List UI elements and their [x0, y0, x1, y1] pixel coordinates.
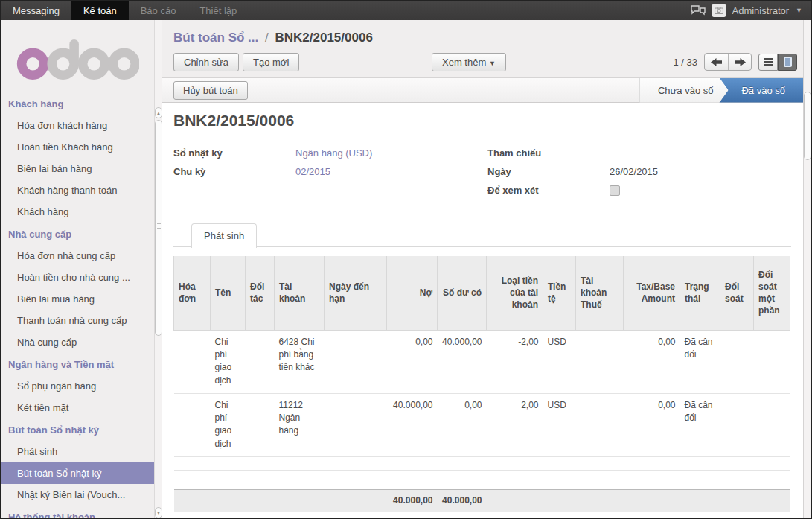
column-header[interactable]: Tài khoản	[275, 256, 325, 330]
column-header[interactable]: Nợ	[387, 256, 438, 330]
sidebar-item[interactable]: Biên lai mua hàng	[1, 288, 154, 310]
sidebar-item[interactable]: Nhật ký Biên lai (Vouch...	[1, 484, 154, 506]
cell: 11212 Ngân hàng	[275, 393, 325, 456]
total-cell	[624, 489, 680, 512]
more-dropdown-button[interactable]: Xem thêm ▼	[432, 53, 506, 71]
column-header[interactable]: Tiền tệ	[543, 256, 576, 330]
cell	[720, 330, 754, 393]
sidebar-scrollbar-thumb[interactable]	[155, 120, 162, 336]
column-header[interactable]: Loại tiền của tài khoản	[487, 256, 543, 330]
cell	[754, 330, 790, 393]
total-cell	[246, 489, 275, 512]
breadcrumb-separator: /	[262, 31, 272, 45]
user-menu[interactable]: Administrator	[732, 5, 790, 16]
sidebar-item[interactable]: Nhà cung cấp	[1, 331, 154, 353]
sidebar-item[interactable]: Hóa đơn nhà cung cấp	[1, 245, 154, 267]
cell	[174, 330, 211, 393]
create-button[interactable]: Tạo mới	[243, 53, 299, 71]
main-scrollbar-thumb[interactable]	[804, 92, 811, 160]
cell	[325, 393, 387, 456]
cell: 2,00	[487, 393, 543, 456]
journal-item-row[interactable]: Chi phí giao dịch6428 Chi phí bằng tiền …	[174, 330, 790, 393]
cell	[543, 456, 576, 470]
cancel-entry-button[interactable]: Hủy bút toán	[173, 81, 248, 100]
tab-journal-items[interactable]: Phát sinh	[191, 223, 257, 248]
journal-item-row[interactable]	[174, 456, 790, 470]
breadcrumb-parent-link[interactable]: Bút toán Sổ ...	[173, 31, 258, 45]
total-cell	[325, 489, 387, 512]
breadcrumb-current: BNK2/2015/0006	[275, 31, 372, 45]
sidebar-section-title: Hệ thống tài khoản	[1, 506, 154, 519]
record-title: BNK2/2015/0006	[173, 112, 791, 130]
topbar-tab-settings[interactable]: Thiết lập	[188, 1, 249, 20]
pager-previous-button[interactable]	[705, 54, 728, 70]
edit-button[interactable]: Chỉnh sửa	[173, 53, 239, 71]
list-view-button[interactable]	[758, 54, 778, 71]
sidebar-item[interactable]: Sổ phụ ngân hàng	[1, 375, 154, 397]
sidebar-item[interactable]: Bút toán Sổ nhật ký	[1, 462, 154, 484]
list-icon	[764, 57, 773, 67]
pager-next-button[interactable]	[728, 54, 751, 70]
total-debit: 40.000,00	[387, 489, 438, 512]
cell	[174, 456, 211, 470]
journal-field-label: Sổ nhật ký	[173, 144, 287, 162]
column-header[interactable]: Ngày đến hạn	[325, 256, 387, 330]
cell	[325, 456, 387, 470]
odoo-logo	[1, 20, 154, 92]
cell	[174, 393, 211, 456]
top-menu-bar: Messaging Kế toán Báo cáo Thiết lập Admi…	[1, 1, 811, 20]
column-header[interactable]: Số dư có	[438, 256, 487, 330]
cell: 6428 Chi phí bằng tiền khác	[275, 330, 325, 393]
user-avatar[interactable]	[712, 4, 726, 17]
topbar-tab-accounting[interactable]: Kế toán	[71, 1, 129, 20]
column-header[interactable]: Tên	[211, 256, 246, 330]
column-header[interactable]: Tài khoản Thuế	[576, 256, 624, 330]
sidebar-item[interactable]: Phát sinh	[1, 441, 154, 462]
cell: -2,00	[487, 330, 543, 393]
sidebar-section-title: Khách hàng	[1, 92, 154, 115]
notebook-tabs: Phát sinh	[173, 223, 791, 247]
column-header[interactable]: Hóa đơn	[174, 256, 211, 330]
sidebar-menu: Khách hàngHóa đơn khách hàngHoàn tiền Kh…	[1, 92, 154, 519]
journal-field-value[interactable]: Ngân hàng (USD)	[287, 144, 482, 163]
topbar-tab-reporting[interactable]: Báo cáo	[129, 1, 188, 20]
sidebar-item[interactable]: Biên lai bán hàng	[1, 158, 154, 179]
cell	[624, 456, 680, 470]
cell: USD	[543, 330, 576, 393]
user-menu-caret-icon: ▼	[796, 7, 802, 14]
column-header[interactable]: Đối tác	[246, 256, 275, 330]
sidebar-scrollbar[interactable]: ▲ ▼	[154, 20, 162, 519]
cell	[680, 456, 720, 470]
column-header[interactable]: Đối soát	[720, 256, 754, 330]
journal-item-row[interactable]: Chi phí giao dịch11212 Ngân hàng40.000,0…	[174, 393, 790, 456]
topbar-tab-messaging[interactable]: Messaging	[1, 1, 71, 20]
sidebar-item[interactable]: Khách hàng	[1, 201, 154, 223]
cell	[754, 393, 790, 456]
period-field-label: Chu kỳ	[173, 163, 287, 180]
sidebar-item[interactable]: Hoàn tiền cho nhà cung ...	[1, 267, 154, 288]
messaging-bubbles-icon[interactable]	[691, 5, 706, 16]
cell	[438, 456, 487, 470]
field-group-right: Tham chiếu Ngày 26/02/2015 Để xem xét	[482, 144, 791, 200]
to-review-checkbox[interactable]	[610, 185, 620, 196]
sidebar-item[interactable]: Hoàn tiền Khách hàng	[1, 136, 154, 158]
sidebar-item[interactable]: Khách hàng thanh toán	[1, 179, 154, 201]
cell	[720, 456, 754, 470]
scroll-down-icon[interactable]: ▼	[155, 507, 162, 518]
scroll-up-icon[interactable]: ▲	[155, 107, 162, 118]
sidebar-item[interactable]: Hóa đơn khách hàng	[1, 115, 154, 136]
column-header[interactable]: Đối soát một phần	[754, 256, 790, 330]
to-review-field-value	[601, 182, 791, 200]
column-header[interactable]: Trạng thái	[680, 256, 720, 330]
reference-field-label: Tham chiếu	[487, 144, 601, 162]
form-view-button[interactable]	[778, 54, 797, 71]
main-scrollbar[interactable]	[803, 20, 811, 519]
column-header[interactable]: Tax/Base Amount	[624, 256, 680, 330]
period-field-value[interactable]: 02/2015	[287, 163, 482, 182]
sidebar-item[interactable]: Thanh toán nhà cung cấp	[1, 310, 154, 331]
breadcrumb: Bút toán Sổ ... / BNK2/2015/0006	[162, 20, 803, 53]
total-cell	[174, 489, 211, 512]
cell	[325, 330, 387, 393]
field-group-left: Sổ nhật ký Ngân hàng (USD) Chu kỳ 02/201…	[173, 144, 482, 200]
sidebar-item[interactable]: Két tiền mặt	[1, 397, 154, 418]
